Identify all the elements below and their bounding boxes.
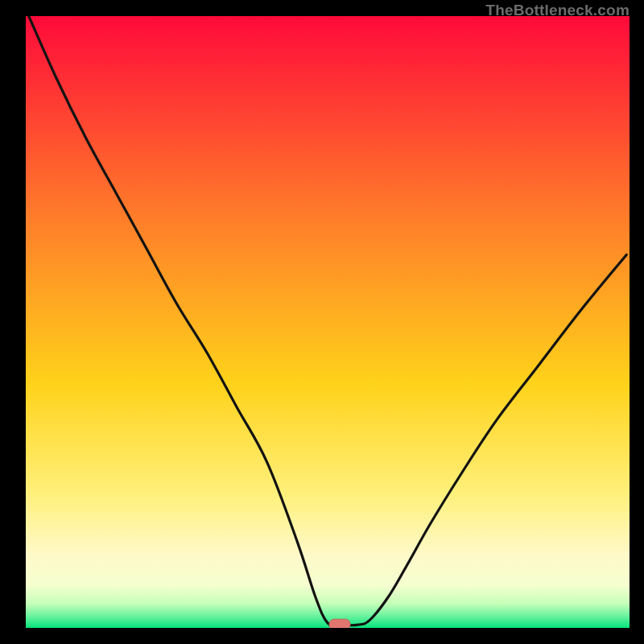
plot-area <box>26 16 630 628</box>
gradient-background <box>26 16 630 628</box>
chart-stage: TheBottleneck.com <box>0 0 644 644</box>
optimal-marker <box>329 619 350 628</box>
chart-svg <box>26 16 630 628</box>
